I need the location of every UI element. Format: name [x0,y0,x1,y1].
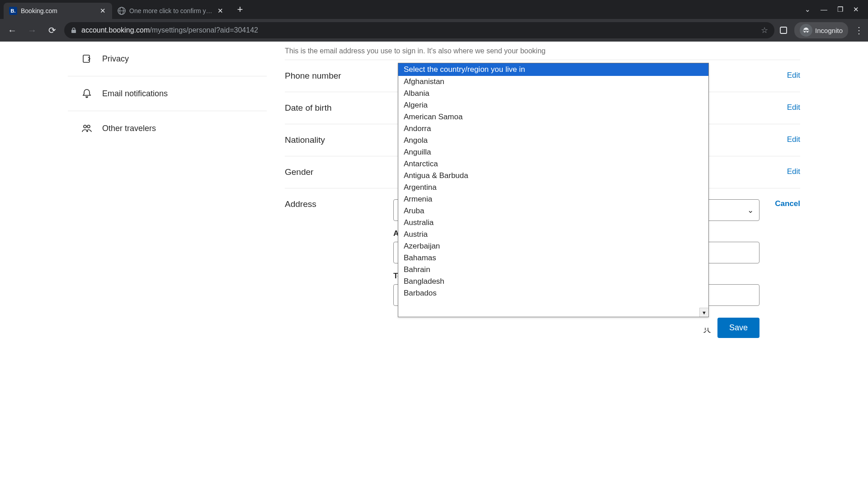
dropdown-option[interactable]: Angola [398,135,708,146]
dropdown-option[interactable]: Bangladesh [398,276,708,287]
edit-button[interactable]: Edit [760,71,800,80]
chevron-down-icon[interactable]: ⌄ [805,5,811,14]
field-label: Nationality [285,135,393,145]
edit-button[interactable]: Edit [760,103,800,112]
travelers-icon [81,123,92,134]
sidebar-item-label: Other travelers [102,124,156,133]
tab-title: Booking.com [21,7,95,14]
dropdown-option[interactable]: Anguilla [398,146,708,158]
svg-text:B.: B. [11,8,16,14]
dropdown-option[interactable]: Antarctica [398,158,708,170]
save-button[interactable]: Save [717,318,760,338]
dropdown-option[interactable]: Aruba [398,205,708,217]
browser-chrome: B. Booking.com ✕ One more click to confi… [0,0,868,42]
field-label: Address [285,199,393,209]
new-tab-button[interactable]: + [233,3,247,16]
dropdown-option[interactable]: Algeria [398,99,708,111]
tab-other[interactable]: One more click to confirm your ✕ [112,3,230,19]
field-label: Gender [285,167,393,177]
page-content: Privacy Email notifications Other travel… [0,42,868,488]
dropdown-arrow-icon[interactable]: ▼ [699,308,708,317]
star-icon[interactable]: ☆ [761,25,768,35]
lock-icon [71,27,77,33]
dropdown-option[interactable]: Bahamas [398,252,708,264]
close-icon[interactable]: ✕ [99,7,107,15]
dropdown-option[interactable]: Andorra [398,123,708,135]
cancel-button[interactable]: Cancel [760,199,800,208]
forward-button: → [24,23,40,38]
reload-button[interactable]: ⟳ [44,23,60,38]
address-bar[interactable]: account.booking.com/mysettings/personal?… [64,22,774,38]
back-button[interactable]: ← [5,23,20,38]
bell-icon [81,88,92,99]
window-controls: ⌄ ― ❐ ✕ [805,5,864,14]
sidebar-item-label: Email notifications [102,89,168,99]
chevron-down-icon: ⌄ [747,206,754,215]
tab-booking[interactable]: B. Booking.com ✕ [4,3,112,19]
favicon-generic [118,7,126,15]
edit-button[interactable]: Edit [760,135,800,144]
edit-button[interactable]: Edit [760,167,800,176]
incognito-badge[interactable]: Incognito [794,22,848,38]
field-label: Date of birth [285,103,393,113]
svg-point-7 [84,125,86,128]
field-label: Phone number [285,71,393,81]
dropdown-header: Select the country/region you live in [398,63,708,76]
url-text: account.booking.com/mysettings/personal?… [81,26,258,34]
incognito-icon [800,24,812,37]
privacy-icon [81,53,92,64]
svg-point-8 [87,125,90,128]
close-window-icon[interactable]: ✕ [853,5,859,14]
svg-rect-6 [83,55,90,62]
dropdown-option[interactable]: Barbados [398,287,708,299]
browser-toolbar: ← → ⟳ account.booking.com/mysettings/per… [0,19,868,42]
minimize-icon[interactable]: ― [821,5,827,14]
dropdown-list[interactable]: AfghanistanAlbaniaAlgeriaAmerican SamoaA… [398,76,708,317]
dropdown-option[interactable]: Afghanistan [398,76,708,88]
dropdown-option[interactable]: Antigua & Barbuda [398,170,708,182]
close-icon[interactable]: ✕ [216,7,224,15]
svg-rect-5 [780,27,787,33]
sidebar-item-other-travelers[interactable]: Other travelers [68,111,267,145]
sidebar-item-email-notifications[interactable]: Email notifications [68,76,267,111]
intro-text: This is the email address you use to sig… [285,47,800,55]
dropdown-option[interactable]: Albania [398,88,708,99]
incognito-label: Incognito [815,27,843,34]
sidebar-item-privacy[interactable]: Privacy [68,42,267,76]
tab-title: One more click to confirm your [129,7,212,14]
tab-strip: B. Booking.com ✕ One more click to confi… [0,0,868,19]
favicon-booking: B. [9,7,17,15]
dropdown-option[interactable]: Argentina [398,182,708,193]
dropdown-option[interactable]: Australia [398,217,708,229]
extensions-icon[interactable] [779,26,788,35]
menu-icon[interactable]: ⋮ [854,25,863,36]
country-dropdown[interactable]: Select the country/region you live in Af… [398,63,709,317]
dropdown-option[interactable]: Armenia [398,193,708,205]
sidebar-item-label: Privacy [102,54,129,64]
dropdown-option[interactable]: American Samoa [398,111,708,123]
dropdown-option[interactable]: Azerbaijan [398,240,708,252]
dropdown-option[interactable]: Bahrain [398,264,708,276]
settings-sidebar: Privacy Email notifications Other travel… [68,42,267,349]
dropdown-option[interactable]: Austria [398,229,708,240]
maximize-icon[interactable]: ❐ [837,5,843,14]
